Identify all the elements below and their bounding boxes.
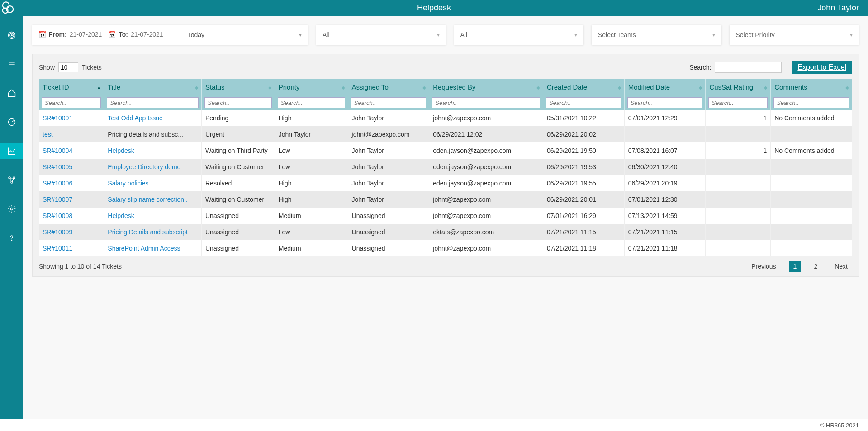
nav-item-gauge[interactable] bbox=[0, 114, 23, 130]
ticket-id-link[interactable]: SR#10009 bbox=[43, 228, 72, 236]
page-title: Helpdesk bbox=[417, 3, 451, 13]
table-cell: High bbox=[275, 110, 348, 126]
show-entries-input[interactable] bbox=[58, 62, 78, 72]
nav-item-help[interactable] bbox=[0, 230, 23, 246]
table-cell: SharePoint Admin Access bbox=[104, 240, 202, 256]
sharepoint-icon[interactable] bbox=[0, 0, 16, 16]
sidebar bbox=[0, 16, 23, 419]
column-filter-input[interactable] bbox=[432, 97, 540, 108]
column-header[interactable]: Comments◆ bbox=[771, 79, 852, 95]
from-date-group[interactable]: 📅 From: 21-07-2021 bbox=[38, 31, 102, 39]
column-header[interactable]: Title◆ bbox=[104, 79, 202, 95]
table-cell: Salary slip name correction.. bbox=[104, 191, 202, 208]
column-header[interactable]: Priority◆ bbox=[275, 79, 348, 95]
column-header[interactable]: Created Date◆ bbox=[543, 79, 624, 95]
table-row: SR#10008HelpdeskUnassignedMediumUnassign… bbox=[39, 208, 852, 224]
table-footer: Showing 1 to 10 of 14 Tickets Previous12… bbox=[39, 261, 852, 272]
filter-dropdown-2[interactable]: All▾ bbox=[454, 25, 584, 45]
nav-item-target[interactable] bbox=[0, 27, 23, 43]
table-cell: johnt@zapexpo.com bbox=[429, 110, 543, 126]
pager-previous[interactable]: Previous bbox=[747, 261, 780, 272]
table-cell: Pricing details and subsc... bbox=[104, 126, 202, 142]
user-name[interactable]: John Taylor bbox=[817, 3, 859, 13]
ticket-id-link[interactable]: SR#10008 bbox=[43, 212, 72, 219]
column-filter-input[interactable] bbox=[708, 97, 768, 108]
table-cell: John Taylor bbox=[348, 142, 429, 159]
nav-item-home[interactable] bbox=[0, 85, 23, 101]
main-content: 📅 From: 21-07-2021 📅 To: 21-07-2021 Toda… bbox=[23, 16, 868, 419]
ticket-id-link[interactable]: test bbox=[43, 131, 53, 138]
ticket-title-link[interactable]: Helpdesk bbox=[108, 212, 134, 219]
nav-item-settings[interactable] bbox=[0, 201, 23, 217]
date-preset-select[interactable]: Today ▾ bbox=[188, 31, 302, 38]
table-cell bbox=[706, 240, 771, 256]
table-cell: Medium bbox=[275, 240, 348, 256]
table-cell bbox=[771, 159, 852, 175]
pager-next[interactable]: Next bbox=[830, 261, 852, 272]
search-label: Search: bbox=[689, 64, 711, 71]
pager-page[interactable]: 2 bbox=[809, 261, 822, 272]
pager-page[interactable]: 1 bbox=[789, 261, 802, 272]
table-cell: No Comments added bbox=[771, 142, 852, 159]
show-label: Show bbox=[39, 64, 55, 71]
column-filter-input[interactable] bbox=[351, 97, 427, 108]
ticket-id-link[interactable]: SR#10011 bbox=[43, 245, 72, 252]
table-cell: Waiting on Third Party bbox=[201, 142, 275, 159]
table-cell: johnt@zapexpo.com bbox=[429, 208, 543, 224]
column-filter-input[interactable] bbox=[546, 97, 621, 108]
ticket-title-link[interactable]: Pricing Details and subscript bbox=[108, 228, 188, 236]
nav-item-menu[interactable] bbox=[0, 56, 23, 72]
column-filter-input[interactable] bbox=[107, 97, 199, 108]
table-row: SR#10009Pricing Details and subscriptUna… bbox=[39, 224, 852, 240]
ticket-title-link[interactable]: SharePoint Admin Access bbox=[108, 245, 180, 252]
table-cell: Employee Directory demo bbox=[104, 159, 202, 175]
table-cell: High bbox=[275, 175, 348, 191]
table-cell: Pricing Details and subscript bbox=[104, 224, 202, 240]
column-filter-input[interactable] bbox=[627, 97, 703, 108]
filter-priority-dropdown[interactable]: Select Priority▾ bbox=[730, 25, 859, 45]
column-filter-input[interactable] bbox=[278, 97, 345, 108]
ticket-id-link[interactable]: SR#10006 bbox=[43, 180, 72, 187]
export-to-excel-button[interactable]: Export to Excel bbox=[792, 61, 852, 74]
preset-label: Today bbox=[188, 31, 204, 38]
column-header[interactable]: Assigned To◆ bbox=[348, 79, 429, 95]
filter-teams-dropdown[interactable]: Select Teams▾ bbox=[592, 25, 721, 45]
table-cell: 07/13/2021 14:59 bbox=[624, 208, 706, 224]
ticket-id-link[interactable]: SR#10004 bbox=[43, 147, 72, 154]
nav-item-analytics[interactable] bbox=[0, 143, 23, 159]
ticket-title-link[interactable]: Salary slip name correction.. bbox=[108, 196, 188, 203]
ticket-id-link[interactable]: SR#10001 bbox=[43, 114, 72, 122]
to-date-group[interactable]: 📅 To: 21-07-2021 bbox=[108, 31, 163, 39]
ticket-title-link[interactable]: Salary policies bbox=[108, 180, 148, 187]
table-cell: John Taylor bbox=[348, 159, 429, 175]
chevron-down-icon: ▾ bbox=[299, 32, 302, 38]
column-header[interactable]: Ticket ID▲ bbox=[39, 79, 104, 95]
column-header[interactable]: CusSat Rating◆ bbox=[706, 79, 771, 95]
table-cell: Medium bbox=[275, 208, 348, 224]
filter-dropdown-1[interactable]: All▾ bbox=[316, 25, 446, 45]
column-header[interactable]: Status◆ bbox=[201, 79, 275, 95]
table-cell: Helpdesk bbox=[104, 142, 202, 159]
showing-info: Showing 1 to 10 of 14 Tickets bbox=[39, 263, 122, 270]
column-header[interactable]: Modified Date◆ bbox=[624, 79, 706, 95]
column-filter-input[interactable] bbox=[773, 97, 849, 108]
ticket-title-link[interactable]: Employee Directory demo bbox=[108, 163, 180, 171]
table-row: SR#10007Salary slip name correction..Wai… bbox=[39, 191, 852, 208]
table-cell: 06/29/2021 20:02 bbox=[543, 126, 624, 142]
ticket-id-link[interactable]: SR#10007 bbox=[43, 196, 72, 203]
ticket-title-link[interactable]: Helpdesk bbox=[108, 147, 134, 154]
column-filter-input[interactable] bbox=[204, 97, 272, 108]
column-header[interactable]: Requested By◆ bbox=[429, 79, 543, 95]
pagination: Previous12Next bbox=[747, 261, 852, 272]
calendar-icon: 📅 bbox=[38, 31, 46, 38]
table-cell: Low bbox=[275, 159, 348, 175]
nav-item-network[interactable] bbox=[0, 172, 23, 188]
table-row: SR#10011SharePoint Admin AccessUnassigne… bbox=[39, 240, 852, 256]
table-cell: SR#10006 bbox=[39, 175, 104, 191]
table-cell bbox=[771, 126, 852, 142]
column-filter-input[interactable] bbox=[42, 97, 101, 108]
svg-point-14 bbox=[11, 240, 12, 240]
ticket-id-link[interactable]: SR#10005 bbox=[43, 163, 72, 171]
table-search-input[interactable] bbox=[715, 62, 782, 73]
ticket-title-link[interactable]: Test Odd App Issue bbox=[108, 114, 162, 122]
